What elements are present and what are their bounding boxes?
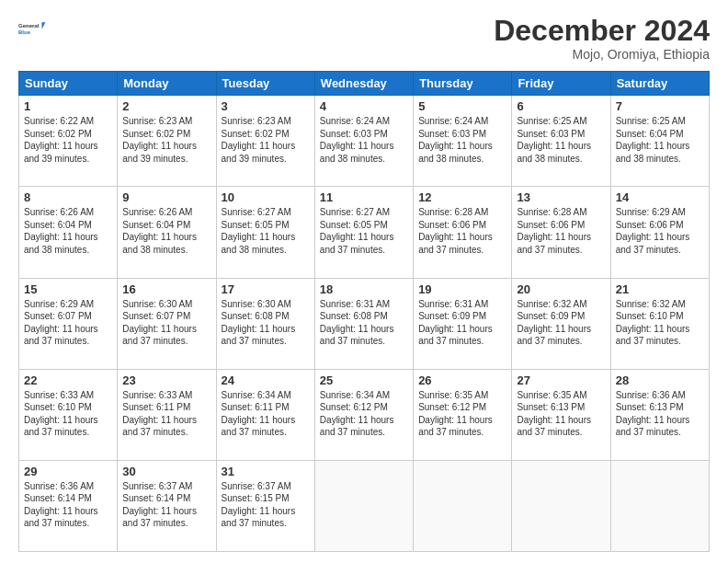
calendar-cell: 1Sunrise: 6:22 AMSunset: 6:02 PMDaylight… bbox=[19, 96, 118, 187]
day-number: 6 bbox=[517, 99, 605, 113]
day-number: 25 bbox=[320, 373, 408, 387]
calendar-cell: 14Sunrise: 6:29 AMSunset: 6:06 PMDayligh… bbox=[610, 187, 709, 278]
day-info: Sunrise: 6:27 AMSunset: 6:05 PMDaylight:… bbox=[320, 206, 408, 256]
calendar-cell: 2Sunrise: 6:23 AMSunset: 6:02 PMDaylight… bbox=[118, 96, 216, 187]
day-info: Sunrise: 6:26 AMSunset: 6:04 PMDaylight:… bbox=[122, 206, 210, 256]
calendar-cell: 23Sunrise: 6:33 AMSunset: 6:11 PMDayligh… bbox=[118, 369, 216, 460]
day-info: Sunrise: 6:25 AMSunset: 6:03 PMDaylight:… bbox=[517, 115, 605, 165]
day-info: Sunrise: 6:32 AMSunset: 6:10 PMDaylight:… bbox=[616, 298, 704, 348]
day-header: Sunday bbox=[19, 72, 118, 96]
day-info: Sunrise: 6:22 AMSunset: 6:02 PMDaylight:… bbox=[24, 115, 112, 165]
main-title: December 2024 bbox=[494, 15, 710, 47]
day-info: Sunrise: 6:30 AMSunset: 6:08 PMDaylight:… bbox=[222, 298, 310, 348]
day-number: 5 bbox=[418, 99, 506, 113]
day-info: Sunrise: 6:23 AMSunset: 6:02 PMDaylight:… bbox=[122, 115, 210, 165]
calendar-cell: 24Sunrise: 6:34 AMSunset: 6:11 PMDayligh… bbox=[216, 369, 314, 460]
day-number: 11 bbox=[320, 190, 408, 204]
day-number: 30 bbox=[122, 465, 210, 478]
subtitle: Mojo, Oromiya, Ethiopia bbox=[494, 47, 710, 62]
calendar-cell: 6Sunrise: 6:25 AMSunset: 6:03 PMDaylight… bbox=[512, 96, 610, 187]
day-info: Sunrise: 6:28 AMSunset: 6:06 PMDaylight:… bbox=[418, 206, 506, 256]
calendar-cell: 27Sunrise: 6:35 AMSunset: 6:13 PMDayligh… bbox=[512, 369, 610, 460]
day-info: Sunrise: 6:31 AMSunset: 6:09 PMDaylight:… bbox=[418, 298, 506, 348]
day-number: 12 bbox=[418, 190, 506, 204]
day-info: Sunrise: 6:33 AMSunset: 6:11 PMDaylight:… bbox=[122, 389, 210, 439]
day-header: Friday bbox=[512, 72, 610, 96]
day-info: Sunrise: 6:28 AMSunset: 6:06 PMDaylight:… bbox=[517, 206, 605, 256]
day-number: 3 bbox=[222, 99, 310, 113]
day-number: 26 bbox=[418, 373, 506, 387]
day-header: Thursday bbox=[414, 72, 512, 96]
calendar-cell: 15Sunrise: 6:29 AMSunset: 6:07 PMDayligh… bbox=[19, 278, 118, 369]
day-info: Sunrise: 6:36 AMSunset: 6:13 PMDaylight:… bbox=[616, 389, 704, 439]
day-info: Sunrise: 6:24 AMSunset: 6:03 PMDaylight:… bbox=[320, 115, 408, 165]
calendar-cell: 28Sunrise: 6:36 AMSunset: 6:13 PMDayligh… bbox=[610, 369, 709, 460]
day-info: Sunrise: 6:33 AMSunset: 6:10 PMDaylight:… bbox=[24, 389, 112, 439]
calendar-cell: 25Sunrise: 6:34 AMSunset: 6:12 PMDayligh… bbox=[314, 369, 413, 460]
day-info: Sunrise: 6:34 AMSunset: 6:11 PMDaylight:… bbox=[222, 389, 310, 439]
calendar-cell bbox=[610, 460, 709, 551]
svg-marker-2 bbox=[42, 22, 46, 29]
title-block: December 2024 Mojo, Oromiya, Ethiopia bbox=[494, 15, 710, 62]
calendar-cell: 21Sunrise: 6:32 AMSunset: 6:10 PMDayligh… bbox=[610, 278, 709, 369]
calendar-cell: 3Sunrise: 6:23 AMSunset: 6:02 PMDaylight… bbox=[216, 96, 314, 187]
logo: GeneralBlue bbox=[18, 15, 46, 42]
day-number: 10 bbox=[222, 190, 310, 204]
calendar-cell: 12Sunrise: 6:28 AMSunset: 6:06 PMDayligh… bbox=[414, 187, 512, 278]
day-number: 24 bbox=[222, 373, 310, 387]
day-header: Monday bbox=[118, 72, 216, 96]
day-number: 9 bbox=[122, 190, 210, 204]
calendar-cell: 17Sunrise: 6:30 AMSunset: 6:08 PMDayligh… bbox=[216, 278, 314, 369]
calendar-week-row: 22Sunrise: 6:33 AMSunset: 6:10 PMDayligh… bbox=[19, 369, 710, 460]
day-info: Sunrise: 6:24 AMSunset: 6:03 PMDaylight:… bbox=[418, 115, 506, 165]
day-info: Sunrise: 6:35 AMSunset: 6:13 PMDaylight:… bbox=[517, 389, 605, 439]
day-info: Sunrise: 6:34 AMSunset: 6:12 PMDaylight:… bbox=[320, 389, 408, 439]
day-info: Sunrise: 6:29 AMSunset: 6:06 PMDaylight:… bbox=[616, 206, 704, 256]
calendar-cell bbox=[512, 460, 610, 551]
calendar-cell: 11Sunrise: 6:27 AMSunset: 6:05 PMDayligh… bbox=[314, 187, 413, 278]
day-number: 21 bbox=[616, 282, 704, 296]
day-number: 16 bbox=[122, 282, 210, 296]
calendar-week-row: 15Sunrise: 6:29 AMSunset: 6:07 PMDayligh… bbox=[19, 278, 710, 369]
calendar-cell: 8Sunrise: 6:26 AMSunset: 6:04 PMDaylight… bbox=[19, 187, 118, 278]
day-info: Sunrise: 6:23 AMSunset: 6:02 PMDaylight:… bbox=[222, 115, 310, 165]
calendar-cell: 31Sunrise: 6:37 AMSunset: 6:15 PMDayligh… bbox=[216, 460, 314, 551]
calendar-cell: 22Sunrise: 6:33 AMSunset: 6:10 PMDayligh… bbox=[19, 369, 118, 460]
day-info: Sunrise: 6:31 AMSunset: 6:08 PMDaylight:… bbox=[320, 298, 408, 348]
day-number: 17 bbox=[222, 282, 310, 296]
day-info: Sunrise: 6:35 AMSunset: 6:12 PMDaylight:… bbox=[418, 389, 506, 439]
day-info: Sunrise: 6:29 AMSunset: 6:07 PMDaylight:… bbox=[24, 298, 112, 348]
day-info: Sunrise: 6:25 AMSunset: 6:04 PMDaylight:… bbox=[616, 115, 704, 165]
calendar-cell: 9Sunrise: 6:26 AMSunset: 6:04 PMDaylight… bbox=[118, 187, 216, 278]
day-number: 31 bbox=[222, 465, 310, 478]
day-number: 22 bbox=[24, 373, 112, 387]
day-info: Sunrise: 6:30 AMSunset: 6:07 PMDaylight:… bbox=[122, 298, 210, 348]
day-header: Saturday bbox=[610, 72, 709, 96]
day-number: 29 bbox=[24, 465, 112, 478]
calendar-week-row: 8Sunrise: 6:26 AMSunset: 6:04 PMDaylight… bbox=[19, 187, 710, 278]
svg-text:General: General bbox=[18, 23, 40, 29]
calendar-header-row: SundayMondayTuesdayWednesdayThursdayFrid… bbox=[19, 72, 710, 96]
calendar-cell: 10Sunrise: 6:27 AMSunset: 6:05 PMDayligh… bbox=[216, 187, 314, 278]
calendar-cell: 4Sunrise: 6:24 AMSunset: 6:03 PMDaylight… bbox=[314, 96, 413, 187]
page: GeneralBlue December 2024 Mojo, Oromiya,… bbox=[0, 0, 728, 563]
day-number: 7 bbox=[616, 99, 704, 113]
calendar-cell: 7Sunrise: 6:25 AMSunset: 6:04 PMDaylight… bbox=[610, 96, 709, 187]
day-info: Sunrise: 6:37 AMSunset: 6:14 PMDaylight:… bbox=[122, 480, 210, 530]
day-number: 14 bbox=[616, 190, 704, 204]
day-number: 15 bbox=[24, 282, 112, 296]
day-number: 23 bbox=[122, 373, 210, 387]
calendar-week-row: 1Sunrise: 6:22 AMSunset: 6:02 PMDaylight… bbox=[19, 96, 710, 187]
svg-text:Blue: Blue bbox=[18, 29, 31, 35]
day-info: Sunrise: 6:36 AMSunset: 6:14 PMDaylight:… bbox=[24, 480, 112, 530]
day-info: Sunrise: 6:27 AMSunset: 6:05 PMDaylight:… bbox=[222, 206, 310, 256]
calendar-cell: 13Sunrise: 6:28 AMSunset: 6:06 PMDayligh… bbox=[512, 187, 610, 278]
calendar-cell: 30Sunrise: 6:37 AMSunset: 6:14 PMDayligh… bbox=[118, 460, 216, 551]
calendar-cell: 5Sunrise: 6:24 AMSunset: 6:03 PMDaylight… bbox=[414, 96, 512, 187]
logo-icon: GeneralBlue bbox=[18, 15, 46, 42]
calendar-cell: 16Sunrise: 6:30 AMSunset: 6:07 PMDayligh… bbox=[118, 278, 216, 369]
day-number: 18 bbox=[320, 282, 408, 296]
day-number: 1 bbox=[24, 99, 112, 113]
calendar-cell bbox=[414, 460, 512, 551]
day-number: 28 bbox=[616, 373, 704, 387]
